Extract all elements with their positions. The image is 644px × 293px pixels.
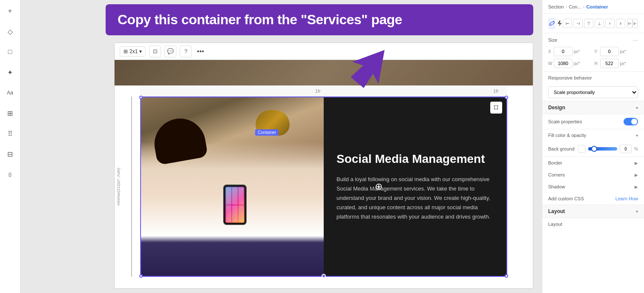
right-panel: Section › Con... › Container ⊢ ⊣ ⊤ ⊥ ⊦ ⊧…	[542, 0, 644, 293]
canvas-main: minmax(212px*, Auto)	[140, 97, 507, 277]
handle-bm[interactable]	[322, 274, 326, 278]
x-label: X	[548, 49, 552, 54]
chevron-down-icon: ▾	[139, 48, 142, 54]
responsive-row: Responsive behavior	[542, 72, 644, 84]
scale-properties-row: Scale properties	[542, 114, 644, 129]
more-btn[interactable]: •••	[195, 48, 206, 55]
corners-label: Corners	[548, 172, 565, 177]
resize-icon[interactable]	[490, 102, 502, 114]
x-input-group: X px*	[548, 47, 592, 56]
breadcrumb-container: Container	[586, 4, 608, 9]
y-input[interactable]	[600, 47, 619, 56]
help-btn[interactable]: ?	[180, 46, 192, 57]
background-row: Back ground %	[542, 141, 644, 157]
grid-icon: ⊞	[124, 48, 128, 54]
selected-container[interactable]: ⊕ Social Media Management Build a loyal …	[140, 97, 507, 277]
distribute-btn[interactable]: ⊨	[627, 19, 632, 28]
handle-bl[interactable]	[139, 274, 143, 278]
align-top-btn[interactable]: ⊥	[595, 19, 604, 28]
container-label: Container	[255, 129, 279, 136]
ruler-area: 1fr 1fr	[140, 85, 507, 97]
panel-tabs: ⊢ ⊣ ⊤ ⊥ ⊦ ⊧ ⊨ ⊩	[542, 14, 644, 33]
fill-color-label: Fill color & opacity	[548, 133, 586, 138]
y-unit: px*	[620, 49, 626, 54]
w-input-group: W px*	[548, 59, 592, 68]
annotation-text: Copy this container from the "Services" …	[118, 12, 402, 28]
w-label: W	[548, 61, 552, 66]
page-header-bg	[115, 60, 533, 85]
add-icon[interactable]: +	[4, 5, 16, 17]
grid-layout-btn[interactable]: ⊞ 2x1 ▾	[120, 46, 146, 57]
editor-inner: Container 1fr 1fr minmax(212px*, Auto)	[115, 60, 533, 288]
h-unit: px*	[620, 61, 626, 66]
design-section-header[interactable]: Design ▾	[542, 101, 644, 114]
align-left-btn[interactable]: ⊢	[563, 19, 572, 28]
align-center-h-btn[interactable]: ⊣	[573, 19, 583, 28]
left-toolbar: + ◇ □ ✦ Aa ⊞ ⠿ ⊟ {}	[0, 0, 20, 293]
pages-icon[interactable]: □	[4, 46, 16, 58]
border-row: Border ▶	[542, 157, 644, 169]
corners-row: Corners ▶	[542, 169, 644, 181]
editor-frame: ⊞ 2x1 ▾ ⊡ 💬 ? ••• Container 1fr 1fr	[114, 43, 533, 289]
scale-toggle[interactable]	[624, 118, 638, 125]
handle-tl[interactable]	[139, 96, 143, 99]
size-header-row: Size ···	[542, 33, 644, 47]
learn-how-link[interactable]: Learn How	[615, 196, 638, 201]
media-icon[interactable]: ⊞	[4, 107, 16, 119]
side-ruler	[127, 97, 136, 277]
editor-topbar: ⊞ 2x1 ▾ ⊡ 💬 ? •••	[115, 43, 533, 60]
align-right-btn[interactable]: ⊤	[584, 19, 593, 28]
shadow-chevron: ▶	[635, 185, 638, 189]
text-panel: ⊕ Social Media Management Build a loyal …	[324, 97, 506, 276]
apps-icon[interactable]: ⠿	[4, 128, 16, 139]
shadow-label: Shadow	[548, 184, 565, 189]
color-swatch[interactable]	[578, 145, 586, 153]
layout-section-header[interactable]: Layout ▾	[542, 205, 644, 218]
color-slider[interactable]	[588, 147, 617, 151]
arrow-svg	[346, 47, 397, 98]
canvas-area: Copy this container from the "Services" …	[20, 0, 542, 293]
x-unit: px*	[574, 49, 580, 54]
layout-label: Layout	[548, 208, 565, 214]
align-bottom-btn[interactable]: ⊧	[616, 19, 625, 28]
corners-chevron: ▶	[635, 173, 638, 177]
layout-sub-label: Layout	[548, 222, 562, 227]
layout-sub-row: Layout	[542, 218, 644, 230]
ruler-fr1: 1fr	[315, 88, 321, 94]
preview-btn[interactable]: ⊡	[149, 46, 161, 57]
svg-marker-0	[346, 47, 397, 94]
size-dots[interactable]: ···	[633, 37, 638, 43]
responsive-section: Responsive behavior Scale proportionally	[542, 72, 644, 101]
service-description: Build a loyal following on social media …	[336, 175, 494, 222]
border-label: Border	[548, 160, 562, 165]
service-title: Social Media Management	[336, 152, 494, 166]
content-grid: ⊕ Social Media Management Build a loyal …	[141, 97, 506, 276]
tab-link[interactable]	[548, 17, 555, 29]
responsive-select[interactable]: Scale proportionally	[548, 86, 638, 98]
layout-chevron: ▾	[636, 209, 638, 214]
chat-btn[interactable]: 💬	[164, 46, 176, 57]
scale-properties-label: Scale properties	[548, 119, 582, 124]
align-center-v-btn[interactable]: ⊦	[605, 19, 615, 28]
slider-thumb[interactable]	[591, 146, 597, 152]
more-align-btn[interactable]: ⊩	[632, 19, 638, 28]
h-input[interactable]	[600, 59, 619, 68]
w-input[interactable]	[554, 59, 572, 68]
layers-icon[interactable]: ◇	[4, 26, 16, 37]
x-input[interactable]	[554, 47, 572, 56]
design-label: Design	[548, 105, 565, 111]
opacity-input[interactable]	[620, 145, 632, 153]
handle-tr[interactable]	[505, 96, 508, 99]
move-handle[interactable]: ⊕	[375, 181, 382, 192]
handle-br[interactable]	[505, 274, 508, 278]
tab-bolt[interactable]	[555, 17, 563, 29]
arrow-container	[346, 47, 397, 100]
opacity-unit: %	[634, 147, 638, 151]
fonts-icon[interactable]: Aa	[4, 87, 16, 99]
database-icon[interactable]: ⊟	[4, 148, 16, 160]
fill-chevron: ▾	[636, 133, 638, 138]
assets-icon[interactable]: ✦	[4, 66, 16, 78]
breadcrumb-con: Con...	[569, 4, 581, 9]
code-icon[interactable]: {}	[4, 168, 16, 180]
align-group: ⊢ ⊣ ⊤ ⊥ ⊦ ⊧	[563, 19, 625, 28]
